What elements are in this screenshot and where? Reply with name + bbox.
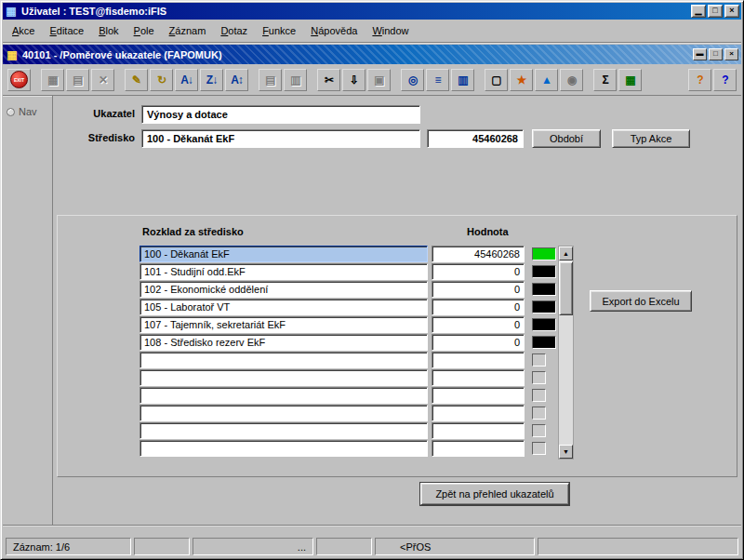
sort-desc-icon[interactable]: Z↓ xyxy=(200,69,223,91)
status-panel-3: ... xyxy=(193,538,313,555)
list-values-icon[interactable]: ≡ xyxy=(426,69,449,91)
columns-icon[interactable]: ▥ xyxy=(451,69,474,91)
menu-editace[interactable]: Editace xyxy=(42,21,91,40)
menu-napoveda[interactable]: Nápověda xyxy=(303,21,365,40)
toolbar: EXIT▦▤✕✎↻A↓Z↓A↕▤▥✂⇩▣◎≡▥▢★▲◉Σ▦?? xyxy=(3,64,741,96)
row-hodnota-field[interactable]: 0 xyxy=(432,299,525,315)
status-panel-6 xyxy=(538,538,738,555)
back-button[interactable]: Zpět na přehled ukazatelů xyxy=(420,483,569,505)
row-stredisko-field[interactable] xyxy=(140,440,428,457)
row-hodnota-field[interactable] xyxy=(432,440,525,457)
obdobi-button[interactable]: Období xyxy=(532,129,601,148)
maximize-button[interactable]: □ xyxy=(708,5,723,18)
print-setup-icon: ▤ xyxy=(66,69,89,91)
menu-dotaz[interactable]: Dotaz xyxy=(213,21,255,40)
mdi-minimize-button[interactable]: ▬ xyxy=(693,48,707,60)
title-bar[interactable]: ▦ Uživatel : TEST@fisdemo:iFIS ▁ □ × xyxy=(3,3,741,20)
row-stredisko-field[interactable] xyxy=(140,352,428,368)
table-row xyxy=(140,387,556,404)
menu-akce[interactable]: Akce xyxy=(5,21,42,40)
row-stredisko-field[interactable]: 102 - Ekonomické oddělení xyxy=(140,281,428,298)
nav-sidebar: Nav xyxy=(3,96,53,525)
row-stredisko-field[interactable]: 108 - Středisko rezerv EkF xyxy=(140,334,428,351)
scrollbar-down-button[interactable]: ▼ xyxy=(559,445,573,459)
stredisko-code-field[interactable]: 45460268 xyxy=(427,129,524,148)
table-row: 100 - Děkanát EkF45460268 xyxy=(140,246,556,262)
print-icon: ▤ xyxy=(259,69,282,91)
table-scrollbar[interactable]: ▲ ▼ xyxy=(558,246,574,460)
row-stredisko-field[interactable] xyxy=(140,387,428,404)
table-row: 102 - Ekonomické oddělení0 xyxy=(140,281,556,298)
nav-toggle[interactable]: Nav xyxy=(3,103,52,120)
row-indicator xyxy=(532,336,556,349)
row-indicator xyxy=(532,300,556,313)
row-hodnota-field[interactable] xyxy=(432,369,525,386)
status-panel-2 xyxy=(134,538,190,555)
table-body: 100 - Děkanát EkF45460268101 - Studijní … xyxy=(140,246,556,457)
document-icon[interactable]: ▢ xyxy=(485,69,508,91)
enter-query-icon[interactable]: ✎ xyxy=(125,69,148,91)
mdi-title-bar[interactable]: ▦ 40101 - /Poměrové ukazatele (FAPOMUK) … xyxy=(3,45,741,64)
scrollbar-up-button[interactable]: ▲ xyxy=(559,247,573,260)
paste-icon[interactable]: ⇩ xyxy=(342,69,365,91)
row-indicator xyxy=(532,283,556,296)
scrollbar-thumb[interactable] xyxy=(559,261,573,315)
menu-window[interactable]: Window xyxy=(365,21,416,40)
app-window: ▦ Uživatel : TEST@fisdemo:iFIS ▁ □ × Akc… xyxy=(0,0,744,560)
table-row xyxy=(140,352,556,368)
menu-zaznam[interactable]: Záznam xyxy=(162,21,214,40)
stredisko-field[interactable]: 100 - Děkanát EkF xyxy=(141,129,420,148)
menu-funkce[interactable]: Funkce xyxy=(255,21,303,40)
minimize-button[interactable]: ▁ xyxy=(691,5,706,18)
status-panel-4 xyxy=(316,538,372,555)
close-button[interactable]: × xyxy=(724,5,739,18)
sum-icon[interactable]: Σ xyxy=(593,69,617,91)
nav-bullet-icon xyxy=(7,108,15,116)
image-icon[interactable]: ▲ xyxy=(535,69,558,91)
typ-akce-button[interactable]: Typ Akce xyxy=(612,129,690,148)
menu-pole[interactable]: Pole xyxy=(126,21,162,40)
row-hodnota-field[interactable]: 0 xyxy=(432,263,525,280)
row-stredisko-field[interactable] xyxy=(140,405,428,421)
row-stredisko-field[interactable]: 107 - Tajemník, sekretariát EkF xyxy=(140,316,428,333)
copy-icon: ▣ xyxy=(367,69,391,91)
help-icon[interactable]: ? xyxy=(713,69,737,91)
sort-filter-icon[interactable]: A↕ xyxy=(225,69,248,91)
row-hodnota-field[interactable] xyxy=(432,352,525,368)
stredisko-label: Středisko xyxy=(53,132,135,143)
row-stredisko-field[interactable] xyxy=(140,369,428,386)
find-icon[interactable]: ◎ xyxy=(401,69,424,91)
row-hodnota-field[interactable]: 45460268 xyxy=(432,246,525,262)
row-hodnota-field[interactable]: 0 xyxy=(432,334,525,351)
row-hodnota-field[interactable]: 0 xyxy=(432,281,525,298)
disc-icon[interactable]: ◉ xyxy=(560,69,583,91)
clear-record-icon: ✕ xyxy=(91,69,114,91)
row-indicator xyxy=(532,407,546,420)
context-help-icon[interactable]: ? xyxy=(688,69,711,91)
row-stredisko-field[interactable]: 105 - Laboratoř VT xyxy=(140,299,428,315)
row-indicator xyxy=(532,353,546,367)
export-excel-button[interactable]: Export do Excelu xyxy=(590,290,692,312)
row-stredisko-field[interactable] xyxy=(140,422,428,439)
menu-blok[interactable]: Blok xyxy=(91,21,126,40)
row-hodnota-field[interactable] xyxy=(432,422,525,439)
row-hodnota-field[interactable]: 0 xyxy=(432,316,525,333)
table-row xyxy=(140,369,556,386)
mdi-window-icon: ▦ xyxy=(6,48,19,61)
excel-icon[interactable]: ▦ xyxy=(618,69,642,91)
cut-icon[interactable]: ✂ xyxy=(317,69,340,91)
mdi-restore-button[interactable]: □ xyxy=(709,48,723,60)
mdi-window-controls: ▬ □ × xyxy=(693,48,738,60)
mdi-close-button[interactable]: × xyxy=(724,48,738,60)
row-stredisko-field[interactable]: 101 - Studijní odd.EkF xyxy=(140,263,428,280)
ukazatel-field[interactable]: Výnosy a dotace xyxy=(141,105,420,124)
execute-query-icon[interactable]: ↻ xyxy=(150,69,173,91)
status-pros: <PřOS xyxy=(375,538,535,555)
row-hodnota-field[interactable] xyxy=(432,405,525,421)
row-hodnota-field[interactable] xyxy=(432,387,525,404)
bottom-strip xyxy=(3,525,741,536)
favorites-icon[interactable]: ★ xyxy=(510,69,533,91)
exit-button[interactable]: EXIT xyxy=(7,69,31,91)
row-stredisko-field[interactable]: 100 - Děkanát EkF xyxy=(140,246,428,262)
sort-asc-icon[interactable]: A↓ xyxy=(175,69,198,91)
